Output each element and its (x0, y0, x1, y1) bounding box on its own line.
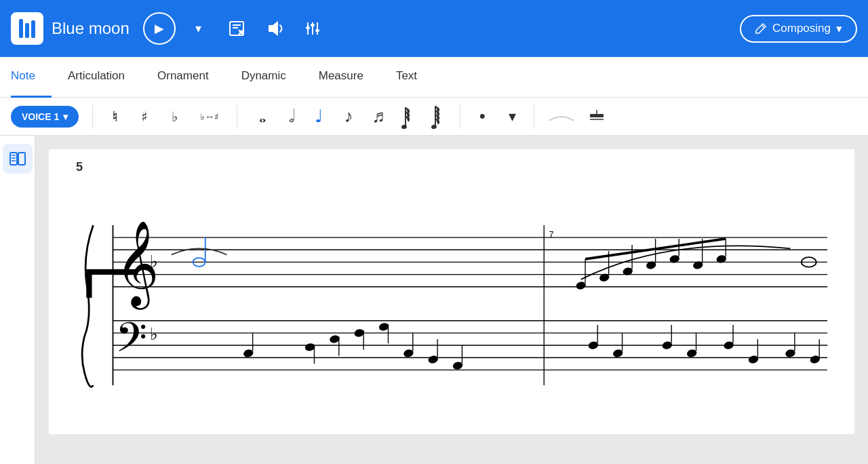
tab-dynamic[interactable]: Dynamic (225, 57, 302, 98)
flat-button[interactable]: ♭ (161, 103, 188, 130)
svg-rect-20 (10, 153, 17, 165)
dot-button[interactable]: • (469, 103, 496, 130)
dot-dropdown-button[interactable]: ▾ (498, 103, 526, 130)
rest-button[interactable] (583, 103, 610, 130)
voice-label: VOICE 1 (22, 111, 59, 122)
score-sheet: 5 ⌐ 𝄞 ♭ (49, 149, 854, 434)
dot-symbol: • (479, 106, 486, 127)
svg-text:♭: ♭ (150, 252, 158, 271)
tab-bar: Note Articulation Ornament Dynamic Measu… (0, 57, 868, 98)
document-title: Blue moon (52, 19, 130, 38)
sixtyfourth-note-button[interactable] (425, 103, 452, 130)
pencil-icon (755, 22, 767, 35)
thirtysecond-note-icon (401, 104, 415, 129)
quarter-note-button[interactable]: ♩ (305, 103, 332, 130)
separator-4 (534, 104, 534, 129)
mixer-icon (304, 20, 321, 37)
natural-symbol: ♮ (113, 109, 117, 125)
toggle-accidental-button[interactable]: ♭↔♯ (191, 103, 229, 130)
audio-button[interactable] (260, 14, 290, 43)
sidebar-toggle (0, 136, 35, 464)
svg-text:♭: ♭ (150, 324, 158, 343)
logo-graphic (19, 19, 35, 38)
rest-icon (587, 107, 606, 126)
composing-chevron: ▾ (836, 22, 842, 36)
thirtysecond-note-button[interactable] (395, 103, 422, 130)
mixer-button[interactable] (298, 14, 328, 43)
play-button[interactable]: ▶ (143, 12, 176, 45)
natural-button[interactable]: ♮ (101, 103, 128, 130)
logo-line-3 (31, 20, 35, 38)
tie-button[interactable] (542, 103, 580, 130)
note-toolbar: VOICE 1 ▾ ♮ ♯ ♭ ♭↔♯ 𝅝 𝅗𝅥 ♩ ♪ ♬ (0, 98, 868, 136)
app-logo (11, 12, 43, 45)
tab-note[interactable]: Note (11, 57, 52, 98)
tie-icon (548, 110, 575, 123)
svg-point-16 (431, 124, 437, 129)
logo-line-1 (19, 19, 23, 38)
stop-edit-icon (228, 20, 245, 37)
svg-rect-11 (315, 29, 319, 32)
eighth-note-button[interactable]: ♪ (335, 103, 362, 130)
toggle-accidental-symbol: ♭↔♯ (200, 111, 219, 122)
panel-toggle-icon (9, 150, 26, 168)
tab-text[interactable]: Text (380, 57, 433, 98)
panel-area: 5 ⌐ 𝄞 ♭ (0, 136, 868, 464)
flat-symbol: ♭ (172, 109, 178, 125)
tab-articulation[interactable]: Articulation (52, 57, 141, 98)
svg-rect-21 (18, 153, 25, 165)
sharp-button[interactable]: ♯ (131, 103, 158, 130)
dot-dropdown-chevron: ▾ (509, 108, 516, 125)
half-note-button[interactable]: 𝅗𝅥 (275, 103, 302, 130)
measure-number: 5 (76, 160, 83, 174)
svg-text:𝄢: 𝄢 (115, 315, 147, 370)
whole-note-button[interactable]: 𝅝 (245, 103, 273, 130)
logo-line-2 (25, 23, 29, 38)
composing-label: Composing (772, 22, 831, 35)
svg-text:7: 7 (549, 229, 553, 239)
svg-line-12 (762, 25, 764, 28)
audio-icon (266, 20, 283, 37)
eighth-note-symbol: ♪ (344, 107, 353, 127)
composing-button[interactable]: Composing ▾ (740, 15, 857, 43)
stop-edit-button[interactable] (222, 14, 252, 43)
music-notation: ⌐ 𝄞 ♭ (76, 190, 827, 421)
sixtyfourth-note-icon (431, 104, 445, 129)
sharp-symbol: ♯ (141, 109, 148, 125)
voice-selector[interactable]: VOICE 1 ▾ (11, 106, 79, 128)
quarter-note-symbol: ♩ (315, 106, 323, 127)
panel-toggle-button[interactable] (3, 144, 33, 174)
sixteenth-note-symbol: ♬ (372, 107, 386, 127)
svg-rect-17 (590, 114, 604, 117)
tab-ornament[interactable]: Ornament (141, 57, 225, 98)
score-area: 5 ⌐ 𝄞 ♭ (35, 136, 868, 464)
svg-point-14 (401, 124, 408, 129)
svg-marker-5 (269, 21, 278, 36)
tab-measure[interactable]: Measure (302, 57, 380, 98)
sixteenth-note-button[interactable]: ♬ (365, 103, 392, 130)
separator-2 (237, 104, 237, 129)
voice-chevron: ▾ (63, 111, 68, 122)
separator-1 (92, 104, 93, 129)
svg-rect-9 (306, 26, 310, 29)
staff-svg: ⌐ 𝄞 ♭ (76, 190, 827, 421)
app-header: Blue moon ▶ ▾ Composing (0, 0, 868, 57)
dropdown-button[interactable]: ▾ (184, 14, 214, 43)
svg-rect-10 (311, 24, 315, 26)
separator-3 (460, 104, 460, 129)
